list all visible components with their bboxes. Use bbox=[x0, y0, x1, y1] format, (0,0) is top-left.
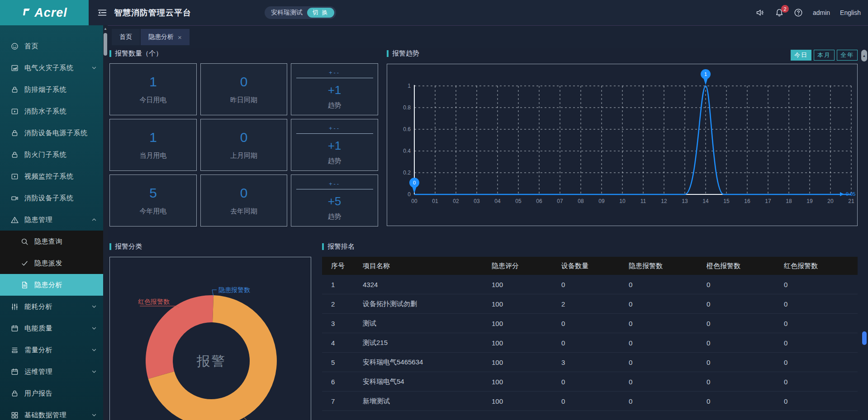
table-row[interactable]: 6安科瑞电气541000000 bbox=[322, 372, 858, 392]
svg-text:14: 14 bbox=[702, 198, 709, 204]
section-title-text: 报警分类 bbox=[115, 242, 142, 251]
check-icon bbox=[21, 260, 28, 267]
switch-tenant-button[interactable]: 切 换 bbox=[307, 8, 334, 18]
sidebar-item-label: 视频监控子系统 bbox=[24, 172, 74, 181]
chevron-down-icon bbox=[91, 304, 97, 309]
sidebar-scrollbar-track[interactable] bbox=[103, 25, 108, 420]
sidebar-item-2[interactable]: 防排烟子系统 bbox=[0, 79, 103, 100]
stat-label: 昨日同期 bbox=[230, 96, 257, 104]
sidebar-scroll-up-icon[interactable]: ▲ bbox=[103, 26, 108, 32]
table-row[interactable]: 3测试1000000 bbox=[322, 314, 858, 333]
svg-text:16: 16 bbox=[744, 198, 750, 204]
range-button-0[interactable]: 今日 bbox=[791, 50, 811, 61]
table-row[interactable]: 7新增测试1000000 bbox=[322, 392, 858, 411]
trend-formula: +-- bbox=[329, 69, 340, 76]
svg-text:04: 04 bbox=[494, 198, 501, 204]
chevron-down-icon bbox=[91, 326, 97, 331]
sidebar-item-8-1[interactable]: 隐患派发 bbox=[0, 252, 103, 274]
sidebar-item-10[interactable]: 电能质量 bbox=[0, 317, 103, 339]
table-row[interactable]: 2设备拓扑测试勿删1002000 bbox=[322, 294, 858, 314]
sidebar-item-12[interactable]: 运维管理 bbox=[0, 361, 103, 382]
table-row[interactable]: 5安科瑞电气54656341003000 bbox=[322, 353, 858, 372]
help-icon[interactable] bbox=[794, 8, 803, 17]
header: Acrel 智慧消防管理云平台 安科瑞测试 切 换 2 admin Englis… bbox=[0, 0, 868, 25]
sidebar-scrollbar-thumb[interactable] bbox=[104, 33, 107, 56]
sidebar-item-8[interactable]: 隐患管理 bbox=[0, 209, 103, 231]
donut-label-0: 红色报警数 bbox=[138, 298, 170, 305]
table-cell: 0 bbox=[707, 397, 784, 405]
range-button-2[interactable]: 全年 bbox=[837, 50, 858, 61]
sidebar-item-14[interactable]: 基础数据管理 bbox=[0, 404, 103, 420]
sidebar-collapse-icon[interactable] bbox=[98, 9, 107, 17]
tab-1[interactable]: 隐患分析× bbox=[141, 29, 190, 45]
svg-text:0: 0 bbox=[413, 180, 416, 185]
table-cell: 0 bbox=[629, 378, 707, 386]
sidebar-item-label: 电气火灾子系统 bbox=[24, 64, 74, 72]
stat-card: 0上月同期 bbox=[200, 119, 287, 171]
sidebar-item-7[interactable]: 消防设备子系统 bbox=[0, 187, 103, 209]
page-scrollbar-thumb[interactable] bbox=[862, 331, 867, 345]
category-donut-chart: 报警红色报警数隐患报警数 bbox=[110, 257, 311, 420]
stat-card: 0去年同期 bbox=[200, 175, 287, 227]
range-button-1[interactable]: 本月 bbox=[814, 50, 835, 61]
sidebar-item-label: 消防水子系统 bbox=[24, 107, 66, 116]
column-header[interactable]: 设备数量 bbox=[561, 262, 629, 270]
donut-center-label: 报警 bbox=[196, 354, 226, 368]
table-cell: 100 bbox=[492, 300, 561, 308]
svg-text:19: 19 bbox=[806, 198, 813, 204]
language-switcher[interactable]: English bbox=[840, 9, 861, 16]
sidebar-item-1[interactable]: 电气火灾子系统 bbox=[0, 57, 103, 79]
sidebar-item-4[interactable]: 消防设备电源子系统 bbox=[0, 122, 103, 144]
sidebar-item-9[interactable]: 能耗分析 bbox=[0, 296, 103, 317]
table-cell: 0 bbox=[784, 359, 858, 366]
table-row[interactable]: 4测试2151000000 bbox=[322, 333, 858, 353]
smiley-icon bbox=[11, 42, 19, 50]
sidebar-item-label: 电能质量 bbox=[24, 324, 52, 333]
section-title-text: 报警排名 bbox=[327, 242, 355, 251]
svg-text:0.4: 0.4 bbox=[403, 148, 411, 154]
notification-bell-icon[interactable]: 2 bbox=[775, 8, 784, 17]
svg-text:03: 03 bbox=[474, 198, 480, 204]
sidebar-item-8-0[interactable]: 隐患查询 bbox=[0, 231, 103, 252]
svg-text:01: 01 bbox=[432, 198, 438, 204]
page-scroll-up-button[interactable]: ▲ bbox=[861, 50, 867, 61]
table-cell: 安科瑞电气5465634 bbox=[363, 358, 492, 367]
table-cell: 5 bbox=[331, 359, 363, 366]
sidebar-item-label: 防排烟子系统 bbox=[24, 85, 66, 94]
column-header[interactable]: 橙色报警数 bbox=[707, 262, 784, 270]
table-cell: 0 bbox=[784, 300, 858, 308]
user-menu[interactable]: admin bbox=[813, 9, 830, 16]
sidebar-item-3[interactable]: 消防水子系统 bbox=[0, 100, 103, 122]
column-header[interactable]: 序号 bbox=[331, 262, 363, 270]
table-row[interactable]: 143241000000 bbox=[322, 275, 858, 294]
sidebar-item-5[interactable]: 防火门子系统 bbox=[0, 144, 103, 165]
sidebar-item-6[interactable]: 视频监控子系统 bbox=[0, 165, 103, 187]
sidebar-item-label: 基础数据管理 bbox=[24, 411, 66, 420]
sidebar-item-8-2[interactable]: 隐患分析 bbox=[0, 274, 103, 296]
chart-marker[interactable]: 0 bbox=[409, 178, 419, 193]
st at-value: 1 bbox=[149, 74, 157, 90]
chart-marker[interactable]: 1 bbox=[701, 69, 711, 85]
table-cell: 安科瑞电气54 bbox=[363, 378, 492, 386]
column-header[interactable]: 隐患评分 bbox=[492, 262, 561, 270]
tab-0[interactable]: 首页 bbox=[112, 29, 140, 45]
sidebar-item-13[interactable]: 用户报告 bbox=[0, 382, 103, 404]
column-header[interactable]: 隐患报警数 bbox=[629, 262, 707, 270]
play-icon bbox=[11, 173, 19, 180]
page-title: 智慧消防管理云平台 bbox=[114, 7, 191, 18]
svg-text:08: 08 bbox=[578, 198, 584, 204]
table-cell: 设备拓扑测试勿删 bbox=[363, 300, 492, 308]
column-header[interactable]: 项目名称 bbox=[363, 262, 492, 270]
sidebar-item-label: 隐患查询 bbox=[34, 237, 62, 246]
svg-text:0: 0 bbox=[408, 191, 411, 198]
column-header[interactable]: 红色报警数 bbox=[784, 262, 858, 270]
svg-text:13: 13 bbox=[682, 198, 688, 204]
bar-chart-icon bbox=[11, 64, 19, 72]
sidebar-item-11[interactable]: 需量分析 bbox=[0, 339, 103, 361]
table-body: 1432410000002设备拓扑测试勿删10020003测试10000004测… bbox=[322, 275, 858, 411]
close-icon[interactable]: × bbox=[178, 33, 182, 41]
sidebar-item-label: 防火门子系统 bbox=[24, 151, 66, 159]
sidebar-item-0[interactable]: 首页 bbox=[0, 35, 103, 57]
calendar-icon bbox=[11, 368, 19, 376]
speaker-icon[interactable] bbox=[756, 8, 765, 17]
